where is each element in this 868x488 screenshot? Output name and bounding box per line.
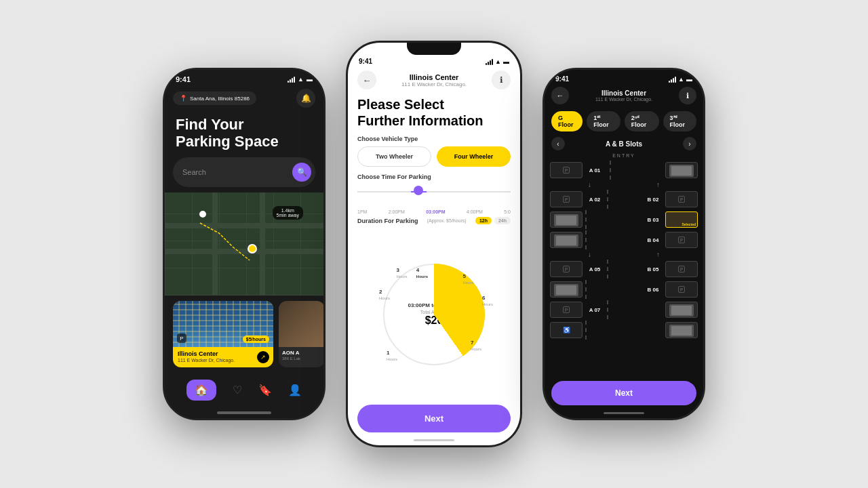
phone3: 9:41 ▲ ▬ ← Illinois Center 111 E Wacker … <box>542 68 705 420</box>
time-slider[interactable]: 1PM 2:00PM 03:00PM 4:00PM 5:0 <box>357 183 511 214</box>
time-labels: 1PM 2:00PM 03:00PM 4:00PM 5:0 <box>357 209 511 214</box>
location-pin-icon: 📍 <box>180 95 187 102</box>
slot-row-8: ♿ <box>550 321 698 340</box>
card-illinois-center[interactable]: P $5/hours Illinois Center 111 E Wacker … <box>173 301 273 367</box>
nav-profile[interactable]: 👤 <box>288 384 302 396</box>
search-bar[interactable]: Search 🔍 <box>173 157 315 187</box>
slots-next-button[interactable]: › <box>683 137 696 150</box>
slot-a02-icon: P <box>550 191 583 207</box>
nav-favorites[interactable]: ♡ <box>233 384 242 396</box>
venue-addr: 111 E Wacker Dr, Chicago. <box>401 81 467 87</box>
slot-b06-label: B 06 <box>644 287 663 293</box>
entry-divider7 <box>607 300 663 319</box>
phone2: 9:41 ▲ ▬ ← Illinois Center 111 E Wacker … <box>346 41 522 447</box>
slot-b03-label: B 03 <box>644 217 663 223</box>
price-badge: $5/hours <box>243 336 269 343</box>
wifi-icon3: ▲ <box>678 76 684 83</box>
slot-a01-label: A 01 <box>585 167 604 174</box>
back-button[interactable]: ← <box>357 70 376 89</box>
floor-tab-2[interactable]: 2ⁿᵈ Floor <box>625 111 659 131</box>
card-secondary-name: AON A <box>282 350 321 356</box>
signal-icon <box>288 76 295 83</box>
next-button3[interactable]: Next <box>551 381 696 405</box>
entry-label: ENTRY <box>545 153 703 158</box>
phone1-time: 9:41 <box>176 75 191 83</box>
slot-b03-selected[interactable]: Selected <box>665 211 698 228</box>
slot-row-5: P A 05 B 05 P <box>550 260 698 279</box>
slots-header: ‹ A & B Slots › <box>545 137 703 153</box>
home-indicator3 <box>604 412 644 414</box>
notification-button[interactable]: 🔔 <box>296 89 315 108</box>
entry-divider5 <box>607 260 641 279</box>
map-area[interactable]: 1.4km5min away <box>165 192 323 296</box>
headline: Find Your Parking Space <box>165 113 323 157</box>
wheel-label-1h: 1Hours <box>387 350 397 362</box>
slot-b02-icon: P <box>665 191 698 207</box>
parking-grid: P A 01 ↓ ↑ P A 02 <box>545 161 703 377</box>
next-button[interactable]: Next <box>357 405 511 432</box>
slot-a02-label: A 02 <box>585 197 604 203</box>
time-label-3pm: 03:00PM <box>426 209 445 214</box>
arrows-row1: ↓ ↑ <box>550 181 698 188</box>
wheel-label-2h: 2Hours <box>379 289 390 301</box>
slot-row-6: B 06 P <box>550 280 698 299</box>
floor-tab-3[interactable]: 3ʳᵈ Floor <box>663 111 697 131</box>
slot-bottom-car[interactable] <box>665 322 698 338</box>
route-line <box>165 192 323 296</box>
slot-a03-car[interactable] <box>550 211 583 228</box>
entry-divider6 <box>585 280 641 299</box>
slot-accessible-icon: ♿ <box>550 322 583 338</box>
cards-row: P $5/hours Illinois Center 111 E Wacker … <box>165 296 323 373</box>
floor-tab-1[interactable]: 1ˢᵗ Floor <box>587 111 620 131</box>
card-aon[interactable]: AON A 386 E Lak <box>279 301 323 367</box>
time-section-label: Choose Time For Parking <box>348 174 520 183</box>
slot-row-7: P A 07 <box>550 300 698 319</box>
nav-home[interactable]: 🏠 <box>186 380 216 401</box>
slot-a05-icon: P <box>550 261 583 277</box>
dur-12h-badge[interactable]: 12h <box>475 217 492 224</box>
card-name: Illinois Center <box>178 350 269 357</box>
phone2-status-bar: 9:41 ▲ ▬ <box>348 54 520 66</box>
slot-a07-icon: P <box>550 302 583 318</box>
phone1: 9:41 ▲ ▬ 📍 Santa Ana, Illinois 85286 🔔 F… <box>163 68 326 420</box>
slot-b01[interactable] <box>665 162 698 178</box>
info-button3[interactable]: ℹ <box>679 87 696 104</box>
wheel-label-6h: 6Hours <box>482 295 493 307</box>
signal-icon3 <box>669 76 676 83</box>
phone3-top-bar: ← Illinois Center 111 E Wacker Dr, Chica… <box>545 85 703 108</box>
location-pill[interactable]: 📍 Santa Ana, Illinois 85286 <box>173 92 256 105</box>
nav-bookmarks[interactable]: 🔖 <box>258 384 272 396</box>
slot-a04-car[interactable] <box>550 232 583 248</box>
two-wheeler-button[interactable]: Two Wheeler <box>357 146 431 167</box>
slot-row-4: B 04 P <box>550 230 698 249</box>
entry-divider <box>610 161 663 180</box>
slot-a06-car[interactable] <box>550 281 583 298</box>
info-button[interactable]: ℹ <box>492 70 511 89</box>
entry-divider3 <box>585 210 641 229</box>
back-button3[interactable]: ← <box>551 87 569 104</box>
four-wheeler-button[interactable]: Four Wheeler <box>437 146 511 167</box>
card-secondary-addr: 386 E Lak <box>282 357 321 361</box>
phone3-screen: 9:41 ▲ ▬ ← Illinois Center 111 E Wacker … <box>545 70 703 418</box>
card-arrow-button[interactable]: ↗ <box>257 351 269 363</box>
slot-right-car[interactable] <box>665 302 698 318</box>
battery-icon2: ▬ <box>503 58 509 65</box>
center-title: Illinois Center 111 E Wacker Dr, Chicago… <box>401 73 467 87</box>
wheel-area[interactable]: 2Hours 3Hours 4Hours 5Hours 6Hours 7Hour… <box>357 228 511 401</box>
dur-24h-badge[interactable]: 24h <box>494 217 511 224</box>
floor-tab-g[interactable]: G Floor <box>551 111 583 131</box>
wheel-circle: 2Hours 3Hours 4Hours 5Hours 6Hours 7Hour… <box>383 264 485 365</box>
entry-divider2 <box>607 190 641 209</box>
wheel-label-7h: 7Hours <box>471 340 481 352</box>
slots-prev-button[interactable]: ‹ <box>551 137 565 150</box>
duration-badges: 12h 24h <box>475 217 511 224</box>
card-image: P $5/hours <box>173 301 273 347</box>
phone2-screen: 9:41 ▲ ▬ ← Illinois Center 111 E Wacker … <box>348 43 520 445</box>
phone2-status-icons: ▲ ▬ <box>486 58 509 65</box>
search-button[interactable]: 🔍 <box>292 163 311 182</box>
wifi-icon: ▲ <box>298 76 304 83</box>
time-thumb[interactable] <box>414 186 423 195</box>
phone1-header: 📍 Santa Ana, Illinois 85286 🔔 <box>165 86 323 113</box>
time-label-5pm: 5:0 <box>504 209 511 214</box>
center-title3: Illinois Center 111 E Wacker Dr, Chicago… <box>595 89 652 102</box>
